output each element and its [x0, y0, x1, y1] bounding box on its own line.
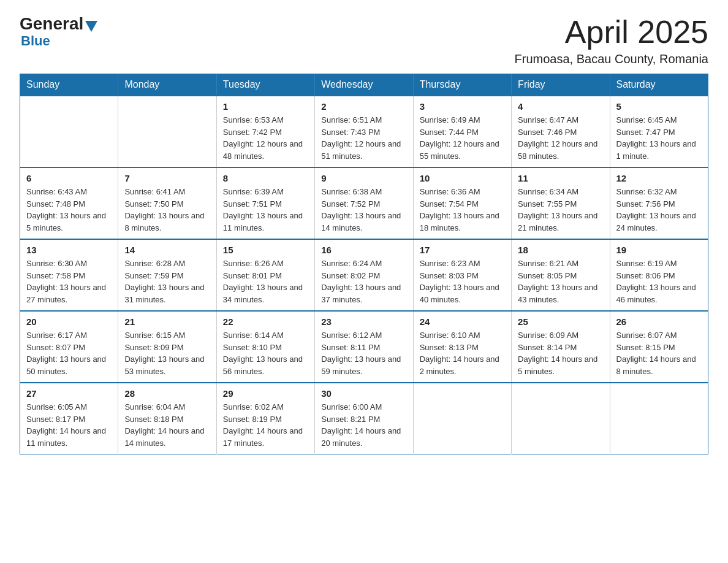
calendar-cell: 22Sunrise: 6:14 AMSunset: 8:10 PMDayligh… [216, 311, 314, 383]
day-number: 29 [223, 388, 308, 399]
calendar-cell: 8Sunrise: 6:39 AMSunset: 7:51 PMDaylight… [216, 167, 314, 239]
calendar-cell: 17Sunrise: 6:23 AMSunset: 8:03 PMDayligh… [413, 239, 511, 311]
day-number: 10 [420, 173, 505, 183]
day-number: 4 [518, 101, 603, 112]
calendar-cell: 1Sunrise: 6:53 AMSunset: 7:42 PMDaylight… [216, 96, 314, 167]
day-info: Sunrise: 6:51 AMSunset: 7:43 PMDaylight:… [321, 114, 406, 162]
day-info: Sunrise: 6:09 AMSunset: 8:14 PMDaylight:… [518, 329, 603, 377]
calendar-cell [610, 383, 708, 454]
logo-arrow-icon [85, 21, 97, 32]
day-info: Sunrise: 6:47 AMSunset: 7:46 PMDaylight:… [518, 114, 603, 162]
calendar-week-row: 27Sunrise: 6:05 AMSunset: 8:17 PMDayligh… [20, 383, 708, 454]
day-info: Sunrise: 6:30 AMSunset: 7:58 PMDaylight:… [26, 258, 112, 305]
calendar-cell: 16Sunrise: 6:24 AMSunset: 8:02 PMDayligh… [315, 239, 413, 311]
day-number: 12 [616, 173, 702, 183]
day-info: Sunrise: 6:24 AMSunset: 8:02 PMDaylight:… [321, 258, 406, 305]
calendar-header-sunday: Sunday [20, 74, 118, 96]
calendar-cell: 19Sunrise: 6:19 AMSunset: 8:06 PMDayligh… [610, 239, 708, 311]
calendar-header-thursday: Thursday [413, 74, 511, 96]
day-number: 25 [518, 316, 603, 327]
day-info: Sunrise: 6:43 AMSunset: 7:48 PMDaylight:… [26, 186, 112, 234]
logo-blue: Blue [21, 34, 50, 48]
day-info: Sunrise: 6:04 AMSunset: 8:18 PMDaylight:… [124, 401, 210, 449]
calendar-week-row: 20Sunrise: 6:17 AMSunset: 8:07 PMDayligh… [20, 311, 708, 383]
calendar-cell: 24Sunrise: 6:10 AMSunset: 8:13 PMDayligh… [413, 311, 511, 383]
day-number: 8 [223, 173, 308, 183]
calendar-cell: 15Sunrise: 6:26 AMSunset: 8:01 PMDayligh… [216, 239, 314, 311]
location-subtitle: Frumoasa, Bacau County, Romania [515, 52, 708, 66]
logo-general: General [20, 15, 97, 34]
day-number: 13 [26, 245, 112, 255]
day-number: 30 [321, 388, 406, 399]
calendar-cell: 13Sunrise: 6:30 AMSunset: 7:58 PMDayligh… [20, 239, 118, 311]
day-number: 9 [321, 173, 406, 183]
day-number: 11 [518, 173, 603, 183]
day-number: 14 [124, 245, 210, 255]
calendar-cell [20, 96, 118, 167]
day-info: Sunrise: 6:39 AMSunset: 7:51 PMDaylight:… [223, 186, 308, 234]
calendar-week-row: 13Sunrise: 6:30 AMSunset: 7:58 PMDayligh… [20, 239, 708, 311]
calendar-cell: 3Sunrise: 6:49 AMSunset: 7:44 PMDaylight… [413, 96, 511, 167]
calendar-cell [118, 96, 216, 167]
day-info: Sunrise: 6:45 AMSunset: 7:47 PMDaylight:… [616, 114, 702, 162]
calendar-cell: 12Sunrise: 6:32 AMSunset: 7:56 PMDayligh… [610, 167, 708, 239]
day-info: Sunrise: 6:10 AMSunset: 8:13 PMDaylight:… [420, 329, 505, 377]
day-info: Sunrise: 6:05 AMSunset: 8:17 PMDaylight:… [26, 401, 112, 449]
day-number: 24 [420, 316, 505, 327]
day-number: 1 [223, 101, 308, 112]
day-number: 27 [26, 388, 112, 399]
day-number: 23 [321, 316, 406, 327]
calendar-header-row: SundayMondayTuesdayWednesdayThursdayFrid… [20, 74, 708, 96]
day-info: Sunrise: 6:34 AMSunset: 7:55 PMDaylight:… [518, 186, 603, 234]
calendar-cell: 9Sunrise: 6:38 AMSunset: 7:52 PMDaylight… [315, 167, 413, 239]
calendar-cell: 28Sunrise: 6:04 AMSunset: 8:18 PMDayligh… [118, 383, 216, 454]
calendar-header-friday: Friday [512, 74, 610, 96]
day-number: 18 [518, 245, 603, 255]
day-info: Sunrise: 6:15 AMSunset: 8:09 PMDaylight:… [124, 329, 210, 377]
day-info: Sunrise: 6:14 AMSunset: 8:10 PMDaylight:… [223, 329, 308, 377]
calendar-cell: 11Sunrise: 6:34 AMSunset: 7:55 PMDayligh… [512, 167, 610, 239]
calendar-cell: 26Sunrise: 6:07 AMSunset: 8:15 PMDayligh… [610, 311, 708, 383]
calendar-cell: 14Sunrise: 6:28 AMSunset: 7:59 PMDayligh… [118, 239, 216, 311]
calendar-cell: 4Sunrise: 6:47 AMSunset: 7:46 PMDaylight… [512, 96, 610, 167]
day-number: 20 [26, 316, 112, 327]
day-number: 28 [124, 388, 210, 399]
day-info: Sunrise: 6:28 AMSunset: 7:59 PMDaylight:… [124, 258, 210, 305]
calendar-header-monday: Monday [118, 74, 216, 96]
calendar-week-row: 1Sunrise: 6:53 AMSunset: 7:42 PMDaylight… [20, 96, 708, 167]
day-number: 26 [616, 316, 702, 327]
day-info: Sunrise: 6:53 AMSunset: 7:42 PMDaylight:… [223, 114, 308, 162]
calendar-cell: 7Sunrise: 6:41 AMSunset: 7:50 PMDaylight… [118, 167, 216, 239]
day-info: Sunrise: 6:19 AMSunset: 8:06 PMDaylight:… [616, 258, 702, 305]
day-number: 17 [420, 245, 505, 255]
day-number: 3 [420, 101, 505, 112]
month-year-title: April 2025 [515, 15, 708, 50]
calendar-header-wednesday: Wednesday [315, 74, 413, 96]
calendar-cell: 21Sunrise: 6:15 AMSunset: 8:09 PMDayligh… [118, 311, 216, 383]
day-number: 2 [321, 101, 406, 112]
calendar-cell: 27Sunrise: 6:05 AMSunset: 8:17 PMDayligh… [20, 383, 118, 454]
day-info: Sunrise: 6:36 AMSunset: 7:54 PMDaylight:… [420, 186, 505, 234]
day-info: Sunrise: 6:21 AMSunset: 8:05 PMDaylight:… [518, 258, 603, 305]
logo: General Blue [20, 15, 97, 48]
calendar-cell: 6Sunrise: 6:43 AMSunset: 7:48 PMDaylight… [20, 167, 118, 239]
day-info: Sunrise: 6:23 AMSunset: 8:03 PMDaylight:… [420, 258, 505, 305]
day-number: 15 [223, 245, 308, 255]
day-info: Sunrise: 6:17 AMSunset: 8:07 PMDaylight:… [26, 329, 112, 377]
calendar-cell: 23Sunrise: 6:12 AMSunset: 8:11 PMDayligh… [315, 311, 413, 383]
calendar-cell: 2Sunrise: 6:51 AMSunset: 7:43 PMDaylight… [315, 96, 413, 167]
day-number: 19 [616, 245, 702, 255]
calendar-header-saturday: Saturday [610, 74, 708, 96]
day-number: 21 [124, 316, 210, 327]
calendar-cell: 18Sunrise: 6:21 AMSunset: 8:05 PMDayligh… [512, 239, 610, 311]
calendar-week-row: 6Sunrise: 6:43 AMSunset: 7:48 PMDaylight… [20, 167, 708, 239]
calendar-header-tuesday: Tuesday [216, 74, 314, 96]
day-number: 16 [321, 245, 406, 255]
calendar-cell: 25Sunrise: 6:09 AMSunset: 8:14 PMDayligh… [512, 311, 610, 383]
day-info: Sunrise: 6:07 AMSunset: 8:15 PMDaylight:… [616, 329, 702, 377]
title-block: April 2025 Frumoasa, Bacau County, Roman… [515, 15, 708, 66]
day-info: Sunrise: 6:12 AMSunset: 8:11 PMDaylight:… [321, 329, 406, 377]
calendar-cell: 5Sunrise: 6:45 AMSunset: 7:47 PMDaylight… [610, 96, 708, 167]
calendar-cell [413, 383, 511, 454]
day-info: Sunrise: 6:38 AMSunset: 7:52 PMDaylight:… [321, 186, 406, 234]
